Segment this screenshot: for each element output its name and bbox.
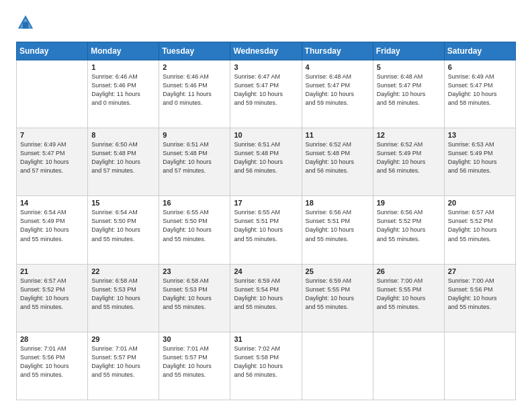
header (16, 13, 516, 32)
day-info: Sunrise: 6:59 AM Sunset: 5:54 PM Dayligh… (234, 277, 298, 312)
day-number: 4 (306, 63, 369, 71)
calendar-cell (17, 60, 88, 128)
calendar-cell: 28Sunrise: 7:01 AM Sunset: 5:56 PM Dayli… (17, 332, 88, 400)
day-info: Sunrise: 6:57 AM Sunset: 5:52 PM Dayligh… (448, 208, 512, 243)
day-info: Sunrise: 6:49 AM Sunset: 5:47 PM Dayligh… (20, 140, 84, 175)
calendar-cell (302, 332, 373, 400)
calendar-cell: 25Sunrise: 6:59 AM Sunset: 5:55 PM Dayli… (302, 264, 373, 332)
day-number: 10 (234, 131, 298, 139)
calendar-day-header: Saturday (444, 42, 515, 60)
calendar-cell: 14Sunrise: 6:54 AM Sunset: 5:49 PM Dayli… (17, 196, 88, 264)
calendar-cell: 16Sunrise: 6:55 AM Sunset: 5:50 PM Dayli… (159, 196, 230, 264)
calendar-cell: 27Sunrise: 7:00 AM Sunset: 5:56 PM Dayli… (444, 264, 515, 332)
day-number: 29 (91, 335, 155, 343)
calendar-week-row: 14Sunrise: 6:54 AM Sunset: 5:49 PM Dayli… (17, 196, 516, 264)
day-number: 1 (91, 63, 155, 71)
calendar-cell: 19Sunrise: 6:56 AM Sunset: 5:52 PM Dayli… (373, 196, 444, 264)
calendar-cell: 10Sunrise: 6:51 AM Sunset: 5:48 PM Dayli… (230, 128, 302, 196)
svg-rect-3 (23, 22, 28, 29)
day-info: Sunrise: 6:47 AM Sunset: 5:47 PM Dayligh… (234, 73, 298, 107)
calendar-cell: 4Sunrise: 6:48 AM Sunset: 5:47 PM Daylig… (302, 60, 373, 128)
day-number: 24 (234, 267, 298, 275)
day-number: 8 (91, 131, 155, 139)
day-info: Sunrise: 6:48 AM Sunset: 5:47 PM Dayligh… (377, 73, 441, 107)
day-number: 28 (20, 335, 84, 343)
calendar-cell: 11Sunrise: 6:52 AM Sunset: 5:48 PM Dayli… (302, 128, 373, 196)
logo-icon (16, 13, 35, 32)
calendar-week-row: 21Sunrise: 6:57 AM Sunset: 5:52 PM Dayli… (17, 264, 516, 332)
calendar-cell: 17Sunrise: 6:55 AM Sunset: 5:51 PM Dayli… (230, 196, 302, 264)
day-number: 13 (448, 131, 512, 139)
day-info: Sunrise: 6:52 AM Sunset: 5:49 PM Dayligh… (377, 140, 441, 175)
day-info: Sunrise: 6:51 AM Sunset: 5:48 PM Dayligh… (234, 140, 298, 175)
day-info: Sunrise: 7:00 AM Sunset: 5:56 PM Dayligh… (448, 277, 512, 312)
calendar-cell: 29Sunrise: 7:01 AM Sunset: 5:57 PM Dayli… (88, 332, 159, 400)
day-info: Sunrise: 7:01 AM Sunset: 5:57 PM Dayligh… (163, 345, 226, 379)
calendar-week-row: 7Sunrise: 6:49 AM Sunset: 5:47 PM Daylig… (17, 128, 516, 196)
calendar-week-row: 28Sunrise: 7:01 AM Sunset: 5:56 PM Dayli… (17, 332, 516, 400)
day-number: 6 (448, 63, 512, 71)
calendar-cell: 18Sunrise: 6:56 AM Sunset: 5:51 PM Dayli… (302, 196, 373, 264)
day-number: 26 (377, 267, 441, 275)
day-info: Sunrise: 6:50 AM Sunset: 5:48 PM Dayligh… (91, 140, 155, 175)
calendar-cell: 22Sunrise: 6:58 AM Sunset: 5:53 PM Dayli… (88, 264, 159, 332)
day-number: 17 (234, 199, 298, 207)
calendar-cell: 1Sunrise: 6:46 AM Sunset: 5:46 PM Daylig… (88, 60, 159, 128)
calendar-week-row: 1Sunrise: 6:46 AM Sunset: 5:46 PM Daylig… (17, 60, 516, 128)
calendar-cell (444, 332, 515, 400)
calendar-cell: 26Sunrise: 7:00 AM Sunset: 5:55 PM Dayli… (373, 264, 444, 332)
day-number: 20 (448, 199, 512, 207)
day-info: Sunrise: 6:46 AM Sunset: 5:46 PM Dayligh… (163, 73, 226, 107)
day-number: 27 (448, 267, 512, 275)
day-number: 14 (20, 199, 84, 207)
calendar-cell: 30Sunrise: 7:01 AM Sunset: 5:57 PM Dayli… (159, 332, 230, 400)
day-number: 9 (163, 131, 226, 139)
calendar-cell: 20Sunrise: 6:57 AM Sunset: 5:52 PM Dayli… (444, 196, 515, 264)
calendar-day-header: Wednesday (230, 42, 302, 60)
day-number: 5 (377, 63, 441, 71)
calendar-cell: 13Sunrise: 6:53 AM Sunset: 5:49 PM Dayli… (444, 128, 515, 196)
calendar-cell: 12Sunrise: 6:52 AM Sunset: 5:49 PM Dayli… (373, 128, 444, 196)
calendar-day-header: Monday (88, 42, 159, 60)
day-info: Sunrise: 7:01 AM Sunset: 5:57 PM Dayligh… (91, 345, 155, 379)
day-number: 22 (91, 267, 155, 275)
day-info: Sunrise: 6:55 AM Sunset: 5:50 PM Dayligh… (163, 208, 226, 243)
day-info: Sunrise: 7:01 AM Sunset: 5:56 PM Dayligh… (20, 345, 84, 379)
day-info: Sunrise: 6:51 AM Sunset: 5:48 PM Dayligh… (163, 140, 226, 175)
day-number: 11 (306, 131, 369, 139)
day-number: 18 (306, 199, 369, 207)
day-info: Sunrise: 6:57 AM Sunset: 5:52 PM Dayligh… (20, 277, 84, 312)
calendar-cell: 31Sunrise: 7:02 AM Sunset: 5:58 PM Dayli… (230, 332, 302, 400)
day-info: Sunrise: 6:56 AM Sunset: 5:51 PM Dayligh… (306, 208, 369, 243)
calendar-cell: 2Sunrise: 6:46 AM Sunset: 5:46 PM Daylig… (159, 60, 230, 128)
day-number: 7 (20, 131, 84, 139)
calendar-cell: 5Sunrise: 6:48 AM Sunset: 5:47 PM Daylig… (373, 60, 444, 128)
day-number: 15 (91, 199, 155, 207)
day-number: 12 (377, 131, 441, 139)
calendar-day-header: Sunday (17, 42, 88, 60)
calendar-day-header: Tuesday (159, 42, 230, 60)
day-info: Sunrise: 6:58 AM Sunset: 5:53 PM Dayligh… (163, 277, 226, 312)
day-number: 31 (234, 335, 298, 343)
day-number: 2 (163, 63, 226, 71)
day-info: Sunrise: 6:52 AM Sunset: 5:48 PM Dayligh… (306, 140, 369, 175)
day-info: Sunrise: 6:58 AM Sunset: 5:53 PM Dayligh… (91, 277, 155, 312)
calendar-day-header: Thursday (302, 42, 373, 60)
day-info: Sunrise: 6:54 AM Sunset: 5:49 PM Dayligh… (20, 208, 84, 243)
day-info: Sunrise: 6:54 AM Sunset: 5:50 PM Dayligh… (91, 208, 155, 243)
calendar-cell: 6Sunrise: 6:49 AM Sunset: 5:47 PM Daylig… (444, 60, 515, 128)
calendar-day-header: Friday (373, 42, 444, 60)
day-number: 21 (20, 267, 84, 275)
calendar-table: SundayMondayTuesdayWednesdayThursdayFrid… (16, 42, 516, 400)
calendar-cell: 9Sunrise: 6:51 AM Sunset: 5:48 PM Daylig… (159, 128, 230, 196)
page: SundayMondayTuesdayWednesdayThursdayFrid… (0, 0, 532, 411)
day-number: 16 (163, 199, 226, 207)
day-number: 30 (163, 335, 226, 343)
day-info: Sunrise: 6:46 AM Sunset: 5:46 PM Dayligh… (91, 73, 155, 107)
day-info: Sunrise: 6:49 AM Sunset: 5:47 PM Dayligh… (448, 73, 512, 107)
day-info: Sunrise: 6:55 AM Sunset: 5:51 PM Dayligh… (234, 208, 298, 243)
day-info: Sunrise: 7:00 AM Sunset: 5:55 PM Dayligh… (377, 277, 441, 312)
calendar-cell: 24Sunrise: 6:59 AM Sunset: 5:54 PM Dayli… (230, 264, 302, 332)
calendar-cell: 21Sunrise: 6:57 AM Sunset: 5:52 PM Dayli… (17, 264, 88, 332)
day-info: Sunrise: 6:53 AM Sunset: 5:49 PM Dayligh… (448, 140, 512, 175)
